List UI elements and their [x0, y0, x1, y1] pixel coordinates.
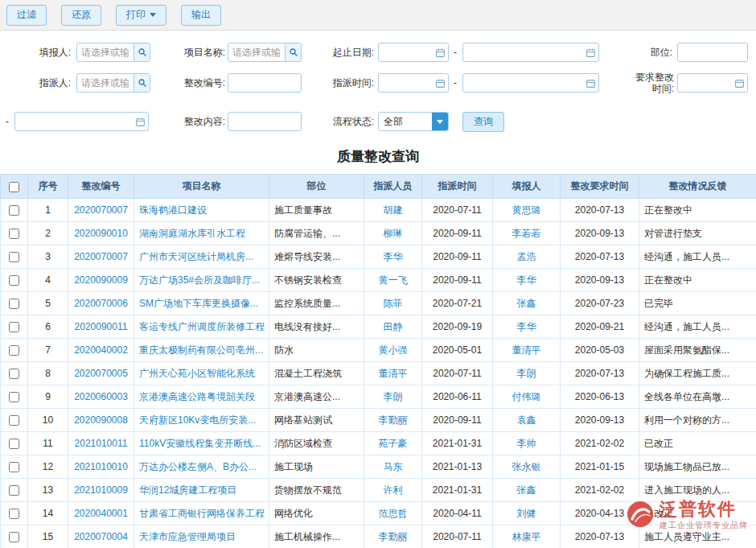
- column-header-assign_time: 指派时间: [422, 175, 493, 199]
- cell-project[interactable]: 广州天心苑小区智能化系统: [134, 362, 269, 385]
- cell-project[interactable]: 客运专线广州调度所装修工程: [134, 315, 269, 339]
- row-checkbox[interactable]: [9, 439, 19, 449]
- cell-project[interactable]: 天府新区10Kv变电所安装...: [134, 409, 269, 432]
- cell-code[interactable]: 2021010011: [68, 432, 134, 455]
- end-date-input[interactable]: [463, 43, 582, 61]
- restore-button[interactable]: 还原: [61, 5, 101, 26]
- cell-assignee: 黄一飞: [364, 269, 422, 292]
- calendar-icon[interactable]: [582, 74, 598, 92]
- cell-project[interactable]: 110kV安徽线程集变开断线...: [134, 432, 269, 455]
- cell-assignee: 李勤丽: [364, 409, 422, 432]
- dropdown-arrow-icon[interactable]: [432, 113, 448, 130]
- assign-time-end-input[interactable]: [463, 74, 582, 92]
- search-icon[interactable]: [134, 74, 150, 92]
- cell-part: 防腐管运输、...: [269, 222, 364, 245]
- row-checkbox[interactable]: [9, 275, 19, 286]
- cell-code[interactable]: 2020070006: [68, 292, 134, 315]
- require-time-start-input[interactable]: [678, 74, 731, 92]
- row-checkbox[interactable]: [9, 392, 19, 402]
- project-name-input-wrap: [228, 43, 302, 62]
- calendar-icon[interactable]: [731, 74, 747, 92]
- row-checkbox[interactable]: [9, 205, 19, 216]
- row-checkbox[interactable]: [9, 345, 19, 356]
- cell-project[interactable]: 珠海鹤港口建设: [134, 199, 269, 222]
- cell-project[interactable]: SM广场地下车库更换摄像...: [134, 292, 269, 315]
- cell-part: 货物摆放不规范: [269, 479, 364, 502]
- calendar-icon[interactable]: [582, 43, 598, 61]
- select-all-checkbox[interactable]: [9, 182, 19, 192]
- cell-require_time: 2021-01-15: [561, 455, 639, 479]
- cell-project[interactable]: 重庆太极制药有限公司亳州...: [134, 339, 269, 362]
- cell-code[interactable]: 2020090008: [68, 409, 134, 432]
- code-input[interactable]: [228, 74, 301, 92]
- assigner-input[interactable]: [77, 74, 134, 92]
- row-checkbox[interactable]: [9, 299, 19, 309]
- project-name-input[interactable]: [228, 43, 285, 61]
- cell-code[interactable]: 2020070004: [68, 525, 134, 548]
- cell-assignee: 田静: [364, 315, 422, 339]
- cell-project[interactable]: 华润12城房建工程项目: [134, 479, 269, 502]
- row-checkbox-cell: [1, 432, 28, 455]
- cell-project[interactable]: 天津市应急管理局项目: [134, 525, 269, 548]
- status-select[interactable]: 全部: [378, 112, 449, 131]
- cell-code[interactable]: 2020070005: [68, 362, 134, 385]
- row-checkbox[interactable]: [9, 509, 19, 519]
- cell-project[interactable]: 万达广场35#会所及咖啡厅...: [134, 269, 269, 292]
- row-checkbox[interactable]: [9, 462, 19, 472]
- cell-reporter: 孟浩: [493, 245, 561, 269]
- assign-time-label: 指派时间:: [316, 77, 374, 89]
- row-checkbox[interactable]: [9, 485, 19, 496]
- cell-assign_time: 2020-07-21: [422, 292, 493, 315]
- cell-code[interactable]: 2020090009: [68, 269, 134, 292]
- assigner-input-wrap: [76, 73, 150, 93]
- cell-seq: 3: [28, 245, 68, 269]
- search-icon[interactable]: [285, 43, 301, 61]
- reporter-input[interactable]: [77, 43, 134, 61]
- query-button[interactable]: 查询: [462, 112, 504, 132]
- range-separator: -: [454, 47, 457, 58]
- cell-project[interactable]: 京港澳高速公路粤境韶关段: [134, 385, 269, 409]
- cell-code[interactable]: 2020090010: [68, 222, 134, 245]
- output-button[interactable]: 输出: [181, 5, 221, 26]
- cell-code[interactable]: 2020070007: [68, 245, 134, 269]
- calendar-icon[interactable]: [432, 74, 448, 92]
- cell-code[interactable]: 2021010010: [68, 455, 134, 479]
- cell-require_time: 2020-07-23: [561, 292, 639, 315]
- row-checkbox[interactable]: [9, 252, 19, 262]
- print-button[interactable]: 打印: [116, 5, 166, 26]
- cell-code[interactable]: 2020060003: [68, 385, 134, 409]
- cell-require_time: 2021-02-02: [561, 432, 639, 455]
- table-row: 152020070004天津市应急管理局项目施工机械操作...李勤丽2020-0…: [1, 525, 756, 548]
- cell-code[interactable]: 2021010009: [68, 479, 134, 502]
- range-separator: -: [454, 77, 457, 89]
- cell-require_time: 2020-07-13: [561, 199, 639, 222]
- start-date-input[interactable]: [379, 43, 432, 61]
- require-time-end-input[interactable]: [15, 113, 132, 130]
- row-checkbox-cell: [1, 409, 28, 432]
- assign-time-start-input[interactable]: [379, 74, 432, 92]
- content-input[interactable]: [228, 113, 301, 130]
- cell-project[interactable]: 万达办公楼左侧A、B办公...: [134, 455, 269, 479]
- cell-code[interactable]: 2020040002: [68, 339, 134, 362]
- end-date-input-wrap: [462, 43, 599, 62]
- cell-project[interactable]: 湖南洞庭湖水库引水工程: [134, 222, 269, 245]
- row-checkbox[interactable]: [9, 415, 19, 426]
- row-checkbox[interactable]: [9, 369, 19, 379]
- cell-code[interactable]: 2020040001: [68, 502, 134, 525]
- filter-button[interactable]: 过滤: [6, 5, 47, 26]
- part-input[interactable]: [678, 43, 747, 61]
- row-checkbox[interactable]: [9, 532, 19, 542]
- row-checkbox[interactable]: [9, 322, 19, 332]
- row-checkbox[interactable]: [9, 229, 19, 239]
- cell-code[interactable]: 2020070007: [68, 199, 134, 222]
- row-checkbox-cell: [1, 245, 28, 269]
- cell-seq: 11: [28, 432, 68, 455]
- search-icon[interactable]: [134, 43, 150, 61]
- calendar-icon[interactable]: [132, 113, 148, 130]
- cell-project[interactable]: 甘肃省工商银行网络保养工程: [134, 502, 269, 525]
- calendar-icon[interactable]: [432, 43, 448, 61]
- range-separator: -: [6, 116, 9, 127]
- cell-project[interactable]: 广州市天河区统计局机房...: [134, 245, 269, 269]
- cell-part: 施工机械操作...: [269, 525, 364, 548]
- cell-code[interactable]: 2020090011: [68, 315, 134, 339]
